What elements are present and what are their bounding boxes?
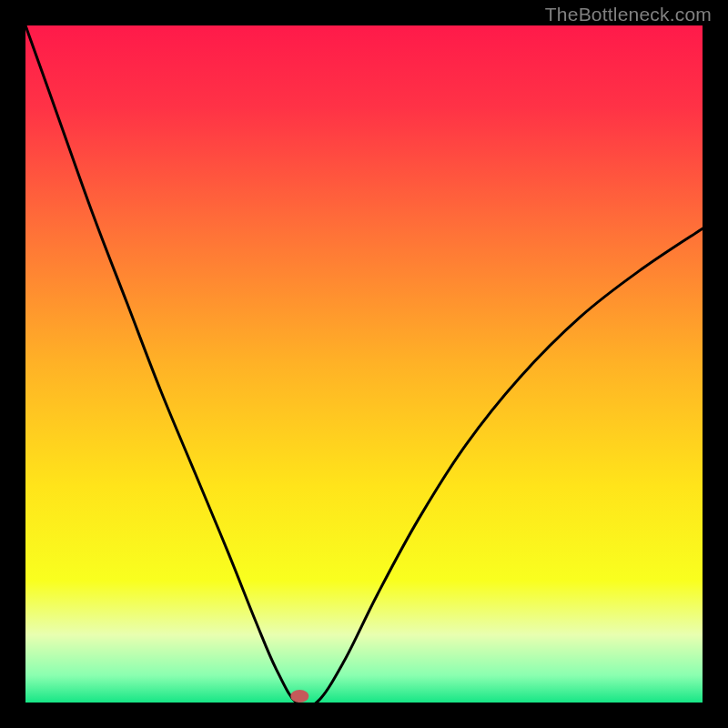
gradient-background — [25, 25, 703, 703]
plot-area — [25, 25, 703, 703]
attribution-text: TheBottleneck.com — [545, 4, 712, 25]
chart-frame: TheBottleneck.com — [0, 0, 728, 728]
chart-svg — [25, 25, 703, 703]
minimum-marker — [290, 690, 308, 703]
